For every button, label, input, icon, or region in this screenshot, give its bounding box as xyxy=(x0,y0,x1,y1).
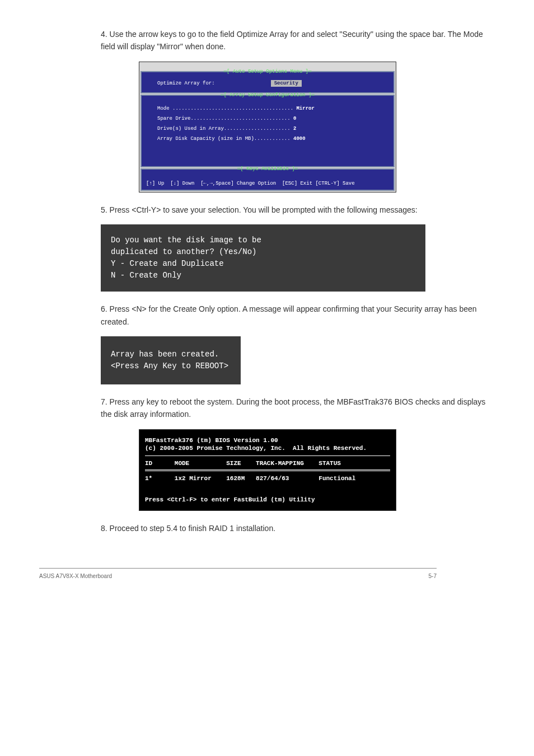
cfg-spare-label: Spare Drive.............................… xyxy=(157,116,291,121)
darkbox2-line2: <Press Any Key to REBOOT> xyxy=(111,360,231,372)
cfg-drives-label: Drive(s) Used in Array..................… xyxy=(157,126,291,132)
prompt-created-box: Array has been created. <Press Any Key t… xyxy=(101,336,241,384)
prompt-duplicate-box: Do you want the disk image to be duplica… xyxy=(101,224,425,292)
panel-title-auto-setup: Auto Setup Options Menu xyxy=(222,69,313,74)
page-footer: ASUS A7V8X-X Motherboard 5-7 xyxy=(39,568,437,579)
darkbox2-line1: Array has been created. xyxy=(111,349,231,360)
darkbox1-line3: Y - Create and Duplicate xyxy=(111,258,415,270)
step-8-text: 8. Proceed to step 5.4 to finish RAID 1 … xyxy=(101,522,495,534)
row-track: 827/64/63 xyxy=(256,475,289,482)
step-4-text: 4. Use the arrow keys to go to the field… xyxy=(101,28,495,53)
darkbox1-line2: duplicated to another? (Yes/No) xyxy=(111,246,415,258)
cfg-mode-value: Mirror xyxy=(296,106,314,111)
row-id: 1* xyxy=(145,475,152,482)
darkbox1-line1: Do you want the disk image to be xyxy=(111,234,415,246)
panel-title-keys: Keys Available xyxy=(236,166,299,172)
keys-available-text: [↑] Up [↓] Down [←,→,Space] Change Optio… xyxy=(146,181,389,186)
cfg-capacity-label: Array Disk Capacity (size in MB)........… xyxy=(157,136,291,142)
hdr-status: STATUS xyxy=(318,460,341,467)
optimize-value-selected[interactable]: Security xyxy=(271,80,302,87)
row-mode: 1x2 Mirror xyxy=(175,475,212,482)
row-status: Functional xyxy=(318,475,355,482)
cfg-capacity-value: 4000 xyxy=(293,136,306,142)
hdr-size: SIZE xyxy=(226,460,241,467)
row-size: 1628M xyxy=(226,475,245,482)
hdr-track: TRACK-MAPPING xyxy=(256,460,304,467)
cfg-spare-value: 0 xyxy=(293,116,296,121)
step-6-text: 6. Press <N> for the Create Only option.… xyxy=(101,303,495,328)
optimize-label: Optimize Array for: xyxy=(157,81,215,86)
cfg-drives-value: 2 xyxy=(293,126,296,132)
footer-right: 5-7 xyxy=(429,573,437,579)
bios-auto-setup-screen: Auto Setup Options Menu Optimize Array f… xyxy=(139,62,396,192)
bios-title: MBFastTrak376 (tm) BIOS Version 1.00 xyxy=(145,437,278,444)
footer-left: ASUS A7V8X-X Motherboard xyxy=(39,573,112,579)
step-7-text: 7. Press any key to reboot the system. D… xyxy=(101,396,495,421)
darkbox1-line4: N - Create Only xyxy=(111,270,415,281)
hdr-id: ID xyxy=(145,460,152,467)
bios-footer-prompt: Press <Ctrl-F> to enter FastBuild (tm) U… xyxy=(145,496,315,503)
bios-startup-screen: MBFastTrak376 (tm) BIOS Version 1.00 (c)… xyxy=(139,429,396,511)
step-5-text: 5. Press <Ctrl-Y> to save your selection… xyxy=(101,204,495,216)
cfg-mode-label: Mode ...................................… xyxy=(157,106,293,111)
panel-title-array-config: Array Setup Configuration xyxy=(219,92,316,98)
hdr-mode: MODE xyxy=(175,460,189,467)
bios-copyright: (c) 2000-2005 Promise Technology, Inc. A… xyxy=(145,445,367,452)
